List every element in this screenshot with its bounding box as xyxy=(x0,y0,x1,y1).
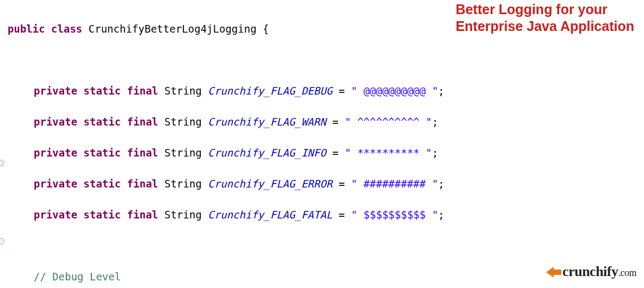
headline-line2: Enterprise Java Application xyxy=(456,18,634,34)
brand-logo: crunchify.com xyxy=(546,261,636,284)
field-declaration: private static final String Crunchify_FL… xyxy=(8,83,644,99)
code-block: public class CrunchifyBetterLog4jLogging… xyxy=(0,0,644,288)
field-declaration: private static final String Crunchify_FL… xyxy=(8,145,644,161)
brand-tld: .com xyxy=(618,267,637,278)
chevron-icon xyxy=(546,262,561,284)
headline: Better Logging for your Enterprise Java … xyxy=(456,1,634,35)
field-declaration: private static final String Crunchify_FL… xyxy=(8,114,644,130)
brand-name: crunchify xyxy=(562,264,618,279)
field-declaration: private static final String Crunchify_FL… xyxy=(8,207,644,223)
field-declaration: private static final String Crunchify_FL… xyxy=(8,176,644,192)
headline-line1: Better Logging for your xyxy=(456,2,608,17)
svg-marker-0 xyxy=(546,267,561,278)
